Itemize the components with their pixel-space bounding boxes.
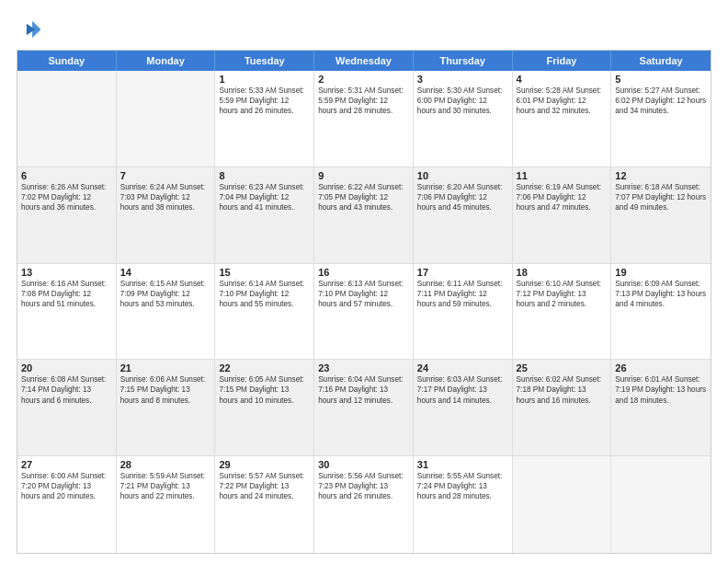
day-info: Sunrise: 6:02 AM Sunset: 7:18 PM Dayligh… bbox=[517, 374, 608, 405]
header-day-thursday: Thursday bbox=[414, 51, 513, 71]
calendar-row-1: 1Sunrise: 5:33 AM Sunset: 5:59 PM Daylig… bbox=[17, 71, 711, 167]
day-number: 15 bbox=[219, 267, 310, 278]
day-number: 19 bbox=[615, 267, 707, 278]
calendar-cell: 30Sunrise: 5:56 AM Sunset: 7:23 PM Dayli… bbox=[314, 456, 414, 553]
calendar-cell bbox=[611, 456, 711, 553]
calendar-cell: 10Sunrise: 6:20 AM Sunset: 7:06 PM Dayli… bbox=[414, 167, 513, 263]
day-info: Sunrise: 5:30 AM Sunset: 6:00 PM Dayligh… bbox=[417, 86, 508, 116]
calendar-header: SundayMondayTuesdayWednesdayThursdayFrid… bbox=[17, 51, 711, 71]
day-info: Sunrise: 5:57 AM Sunset: 7:22 PM Dayligh… bbox=[219, 471, 310, 501]
calendar-cell: 19Sunrise: 6:09 AM Sunset: 7:13 PM Dayli… bbox=[611, 264, 711, 360]
calendar-cell: 4Sunrise: 5:28 AM Sunset: 6:01 PM Daylig… bbox=[513, 71, 612, 167]
day-info: Sunrise: 6:01 AM Sunset: 7:19 PM Dayligh… bbox=[615, 374, 707, 405]
day-number: 13 bbox=[21, 267, 112, 278]
day-number: 1 bbox=[219, 74, 310, 85]
day-info: Sunrise: 6:19 AM Sunset: 7:06 PM Dayligh… bbox=[517, 182, 608, 213]
day-number: 20 bbox=[21, 362, 112, 373]
calendar-cell: 15Sunrise: 6:14 AM Sunset: 7:10 PM Dayli… bbox=[215, 264, 314, 360]
day-info: Sunrise: 6:26 AM Sunset: 7:02 PM Dayligh… bbox=[21, 182, 112, 213]
day-number: 12 bbox=[615, 170, 707, 181]
day-number: 23 bbox=[318, 362, 409, 373]
calendar-cell bbox=[17, 71, 117, 167]
calendar-cell: 18Sunrise: 6:10 AM Sunset: 7:12 PM Dayli… bbox=[513, 264, 612, 360]
day-info: Sunrise: 5:55 AM Sunset: 7:24 PM Dayligh… bbox=[417, 471, 508, 501]
day-number: 22 bbox=[219, 362, 310, 373]
day-info: Sunrise: 5:31 AM Sunset: 5:59 PM Dayligh… bbox=[318, 86, 409, 116]
header-day-wednesday: Wednesday bbox=[314, 51, 414, 71]
day-info: Sunrise: 6:16 AM Sunset: 7:08 PM Dayligh… bbox=[21, 279, 112, 309]
calendar-cell: 3Sunrise: 5:30 AM Sunset: 6:00 PM Daylig… bbox=[414, 71, 513, 167]
calendar-cell: 12Sunrise: 6:18 AM Sunset: 7:07 PM Dayli… bbox=[611, 167, 711, 263]
header-day-friday: Friday bbox=[513, 51, 612, 71]
day-number: 17 bbox=[417, 267, 508, 278]
day-info: Sunrise: 6:03 AM Sunset: 7:17 PM Dayligh… bbox=[417, 374, 508, 405]
day-info: Sunrise: 6:14 AM Sunset: 7:10 PM Dayligh… bbox=[219, 279, 310, 309]
calendar-row-4: 20Sunrise: 6:08 AM Sunset: 7:14 PM Dayli… bbox=[17, 360, 711, 456]
day-info: Sunrise: 6:11 AM Sunset: 7:11 PM Dayligh… bbox=[417, 279, 508, 309]
day-number: 18 bbox=[517, 267, 608, 278]
calendar-cell: 23Sunrise: 6:04 AM Sunset: 7:16 PM Dayli… bbox=[314, 360, 414, 455]
day-info: Sunrise: 6:22 AM Sunset: 7:05 PM Dayligh… bbox=[318, 182, 409, 213]
page: SundayMondayTuesdayWednesdayThursdayFrid… bbox=[0, 0, 728, 563]
day-number: 9 bbox=[318, 170, 409, 181]
calendar-cell: 31Sunrise: 5:55 AM Sunset: 7:24 PM Dayli… bbox=[414, 456, 513, 553]
calendar-cell: 16Sunrise: 6:13 AM Sunset: 7:10 PM Dayli… bbox=[314, 264, 414, 360]
header bbox=[17, 17, 711, 42]
logo-icon bbox=[17, 17, 42, 42]
header-day-monday: Monday bbox=[117, 51, 216, 71]
day-number: 5 bbox=[615, 74, 707, 85]
day-number: 4 bbox=[517, 74, 608, 85]
calendar-cell: 28Sunrise: 5:59 AM Sunset: 7:21 PM Dayli… bbox=[117, 456, 216, 553]
calendar-row-2: 6Sunrise: 6:26 AM Sunset: 7:02 PM Daylig… bbox=[17, 167, 711, 264]
day-info: Sunrise: 5:56 AM Sunset: 7:23 PM Dayligh… bbox=[318, 471, 409, 501]
calendar-cell: 11Sunrise: 6:19 AM Sunset: 7:06 PM Dayli… bbox=[513, 167, 612, 263]
day-info: Sunrise: 5:28 AM Sunset: 6:01 PM Dayligh… bbox=[517, 86, 608, 116]
header-day-tuesday: Tuesday bbox=[215, 51, 314, 71]
calendar-cell: 14Sunrise: 6:15 AM Sunset: 7:09 PM Dayli… bbox=[117, 264, 216, 360]
day-info: Sunrise: 6:18 AM Sunset: 7:07 PM Dayligh… bbox=[615, 182, 707, 213]
day-number: 16 bbox=[318, 267, 409, 278]
day-number: 27 bbox=[21, 459, 112, 470]
calendar-cell bbox=[117, 71, 216, 167]
day-info: Sunrise: 6:04 AM Sunset: 7:16 PM Dayligh… bbox=[318, 374, 409, 405]
day-number: 24 bbox=[417, 362, 508, 373]
day-number: 2 bbox=[318, 74, 409, 85]
calendar-cell: 9Sunrise: 6:22 AM Sunset: 7:05 PM Daylig… bbox=[314, 167, 414, 263]
header-day-sunday: Sunday bbox=[17, 51, 117, 71]
calendar-cell: 6Sunrise: 6:26 AM Sunset: 7:02 PM Daylig… bbox=[17, 167, 117, 263]
day-number: 21 bbox=[120, 362, 211, 373]
day-number: 6 bbox=[21, 170, 112, 181]
day-info: Sunrise: 6:10 AM Sunset: 7:12 PM Dayligh… bbox=[517, 279, 608, 309]
day-number: 11 bbox=[517, 170, 608, 181]
day-info: Sunrise: 6:09 AM Sunset: 7:13 PM Dayligh… bbox=[615, 279, 707, 309]
header-day-saturday: Saturday bbox=[611, 51, 711, 71]
calendar: SundayMondayTuesdayWednesdayThursdayFrid… bbox=[17, 50, 711, 554]
day-info: Sunrise: 5:33 AM Sunset: 5:59 PM Dayligh… bbox=[219, 86, 310, 116]
calendar-cell: 26Sunrise: 6:01 AM Sunset: 7:19 PM Dayli… bbox=[611, 360, 711, 455]
calendar-cell: 22Sunrise: 6:05 AM Sunset: 7:15 PM Dayli… bbox=[215, 360, 314, 455]
day-info: Sunrise: 5:59 AM Sunset: 7:21 PM Dayligh… bbox=[120, 471, 211, 501]
day-number: 31 bbox=[417, 459, 508, 470]
day-number: 30 bbox=[318, 459, 409, 470]
day-info: Sunrise: 6:23 AM Sunset: 7:04 PM Dayligh… bbox=[219, 182, 310, 213]
calendar-cell: 8Sunrise: 6:23 AM Sunset: 7:04 PM Daylig… bbox=[215, 167, 314, 263]
calendar-cell: 24Sunrise: 6:03 AM Sunset: 7:17 PM Dayli… bbox=[414, 360, 513, 455]
day-number: 25 bbox=[517, 362, 608, 373]
day-number: 7 bbox=[120, 170, 211, 181]
calendar-cell: 25Sunrise: 6:02 AM Sunset: 7:18 PM Dayli… bbox=[513, 360, 612, 455]
calendar-cell: 27Sunrise: 6:00 AM Sunset: 7:20 PM Dayli… bbox=[17, 456, 117, 553]
day-info: Sunrise: 6:24 AM Sunset: 7:03 PM Dayligh… bbox=[120, 182, 211, 213]
day-number: 10 bbox=[417, 170, 508, 181]
calendar-cell: 29Sunrise: 5:57 AM Sunset: 7:22 PM Dayli… bbox=[215, 456, 314, 553]
day-number: 14 bbox=[120, 267, 211, 278]
day-info: Sunrise: 6:05 AM Sunset: 7:15 PM Dayligh… bbox=[219, 374, 310, 405]
calendar-body: 1Sunrise: 5:33 AM Sunset: 5:59 PM Daylig… bbox=[17, 71, 711, 553]
day-number: 3 bbox=[417, 74, 508, 85]
calendar-cell: 2Sunrise: 5:31 AM Sunset: 5:59 PM Daylig… bbox=[314, 71, 414, 167]
day-number: 8 bbox=[219, 170, 310, 181]
calendar-cell: 13Sunrise: 6:16 AM Sunset: 7:08 PM Dayli… bbox=[17, 264, 117, 360]
day-info: Sunrise: 6:13 AM Sunset: 7:10 PM Dayligh… bbox=[318, 279, 409, 309]
calendar-cell: 20Sunrise: 6:08 AM Sunset: 7:14 PM Dayli… bbox=[17, 360, 117, 455]
day-info: Sunrise: 6:20 AM Sunset: 7:06 PM Dayligh… bbox=[417, 182, 508, 213]
day-info: Sunrise: 6:00 AM Sunset: 7:20 PM Dayligh… bbox=[21, 471, 112, 501]
